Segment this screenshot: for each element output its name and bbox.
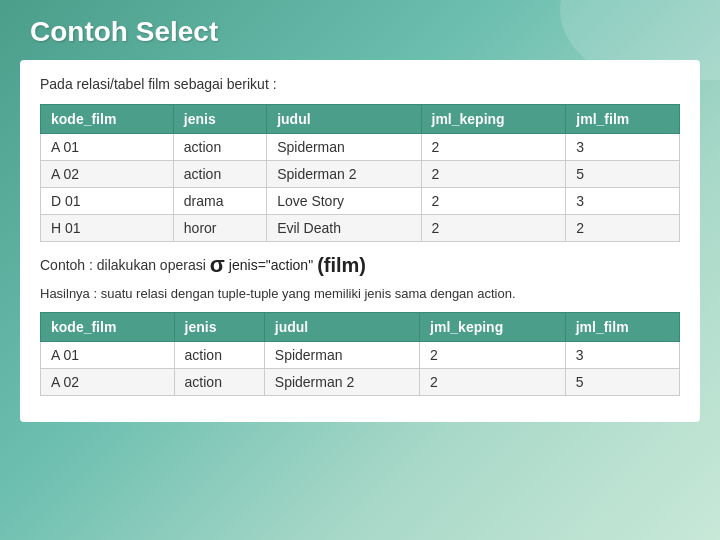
table-row: H 01hororEvil Death22 [41, 215, 680, 242]
main-cell-0-0: A 01 [41, 134, 174, 161]
main-cell-3-1: horor [173, 215, 266, 242]
col-header-kode-film: kode_film [41, 105, 174, 134]
main-cell-1-4: 5 [566, 161, 680, 188]
main-cell-0-4: 3 [566, 134, 680, 161]
main-cell-3-3: 2 [421, 215, 566, 242]
result-cell-1-3: 2 [420, 368, 566, 395]
main-cell-1-0: A 02 [41, 161, 174, 188]
main-cell-1-3: 2 [421, 161, 566, 188]
main-cell-0-3: 2 [421, 134, 566, 161]
main-cell-3-0: H 01 [41, 215, 174, 242]
formula-operand: (film) [317, 254, 366, 277]
table-row: A 02actionSpiderman 225 [41, 368, 680, 395]
main-cell-3-2: Evil Death [267, 215, 421, 242]
main-table: kode_film jenis judul jml_keping jml_fil… [40, 104, 680, 242]
page-title: Contoh Select [0, 0, 720, 56]
col-header-jml-film: jml_film [566, 105, 680, 134]
main-cell-0-2: Spiderman [267, 134, 421, 161]
res-col-header-jenis: jenis [174, 312, 264, 341]
main-cell-3-4: 2 [566, 215, 680, 242]
res-col-header-jml-keping: jml_keping [420, 312, 566, 341]
main-cell-1-2: Spiderman 2 [267, 161, 421, 188]
table-row: A 01actionSpiderman23 [41, 341, 680, 368]
formula-subscript: jenis="action" [229, 257, 313, 273]
result-cell-0-2: Spiderman [264, 341, 419, 368]
result-cell-1-1: action [174, 368, 264, 395]
result-cell-1-0: A 02 [41, 368, 175, 395]
col-header-jml-keping: jml_keping [421, 105, 566, 134]
main-cell-2-2: Love Story [267, 188, 421, 215]
res-col-header-judul: judul [264, 312, 419, 341]
intro-description: Pada relasi/tabel film sebagai berikut : [40, 76, 680, 92]
main-card: Pada relasi/tabel film sebagai berikut :… [20, 60, 700, 422]
result-cell-0-3: 2 [420, 341, 566, 368]
table-row: D 01dramaLove Story23 [41, 188, 680, 215]
main-cell-0-1: action [173, 134, 266, 161]
main-cell-2-3: 2 [421, 188, 566, 215]
main-cell-2-4: 3 [566, 188, 680, 215]
table-row: A 01actionSpiderman23 [41, 134, 680, 161]
table-row: A 02actionSpiderman 225 [41, 161, 680, 188]
result-description: Hasilnya : suatu relasi dengan tuple-tup… [40, 284, 680, 304]
col-header-judul: judul [267, 105, 421, 134]
result-cell-1-2: Spiderman 2 [264, 368, 419, 395]
result-table-header-row: kode_film jenis judul jml_keping jml_fil… [41, 312, 680, 341]
main-cell-2-1: drama [173, 188, 266, 215]
main-cell-2-0: D 01 [41, 188, 174, 215]
result-cell-0-0: A 01 [41, 341, 175, 368]
res-col-header-jml-film: jml_film [565, 312, 679, 341]
formula-line: Contoh : dilakukan operasi σjenis="actio… [40, 252, 680, 278]
col-header-jenis: jenis [173, 105, 266, 134]
sigma-symbol: σ [210, 252, 225, 278]
result-cell-0-1: action [174, 341, 264, 368]
main-table-header-row: kode_film jenis judul jml_keping jml_fil… [41, 105, 680, 134]
res-col-header-kode-film: kode_film [41, 312, 175, 341]
result-cell-0-4: 3 [565, 341, 679, 368]
result-cell-1-4: 5 [565, 368, 679, 395]
result-table: kode_film jenis judul jml_keping jml_fil… [40, 312, 680, 396]
main-cell-1-1: action [173, 161, 266, 188]
formula-prefix: Contoh : dilakukan operasi [40, 257, 206, 273]
